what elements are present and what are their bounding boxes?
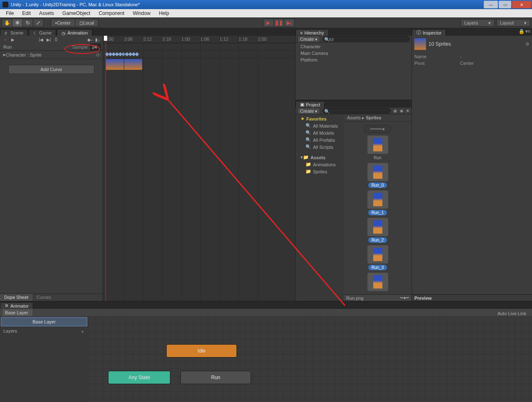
close-button[interactable]: ✕ [512,1,531,8]
favorite-item[interactable]: 🔍All Prefabs [296,136,344,143]
add-event-button-icon[interactable]: ▮₊ [94,37,101,43]
view-tabs: #Scene ☾Game ◷Animation [0,28,295,36]
project-create-button[interactable]: Create ▾ [297,108,320,114]
tab-inspector[interactable]: ⓘ Inspector [412,29,446,36]
game-icon: ☾ [33,31,37,35]
scale-tool-icon[interactable]: ⤢ [33,19,44,27]
hierarchy-search-input[interactable]: 🔍All [323,36,410,42]
inspector-selection-label: 10 Sprites [429,41,451,47]
search-icon: 🔍 [324,37,330,42]
layout-dropdown[interactable]: Layout▾ [496,19,530,27]
sample-input[interactable] [90,44,101,50]
local-global-toggle[interactable]: ◻ Local [75,19,99,27]
filter-icon[interactable]: ◆ [400,108,403,113]
prev-key-button-icon[interactable]: |◀ [37,37,45,43]
add-key-button-icon[interactable]: ◆₊ [86,37,94,43]
menu-component[interactable]: Component [94,9,128,17]
state-node-run[interactable]: Run [180,371,251,384]
tab-animation[interactable]: ◷Animation [57,29,92,36]
inspector-pivot-label: Pivot [414,61,460,66]
add-curve-button[interactable]: Add Curve [8,65,94,74]
thumbnail-size-slider[interactable]: ━●━ [400,295,409,301]
timeline[interactable]: 0:00 0:06 0:12 0:18 1:00 1:06 1:12 1:18 … [103,36,295,301]
state-node-idle[interactable]: Idle [166,344,237,358]
search-icon: 🔍 [305,123,311,128]
gear-icon[interactable]: ⚙ [525,42,530,47]
favorite-item[interactable]: 🔍All Models [296,129,344,136]
search-icon: 🔍 [324,109,330,114]
hierarchy-create-button[interactable]: Create ▾ [297,36,320,42]
tab-animator[interactable]: ⚞ Animator [0,302,33,309]
property-row[interactable]: ▸ Character : Sprite ◇ [0,51,103,59]
inspector-name-value: - [460,54,462,59]
tab-project[interactable]: ▣ Project [296,101,325,108]
tab-game[interactable]: ☾Game [29,29,56,36]
menu-file[interactable]: File [2,9,18,17]
favorite-item[interactable]: 🔍All Materials [296,122,344,129]
inspector-pivot-value[interactable]: Center [460,61,474,66]
selected-file-label: Run.png [346,296,364,301]
chevron-down-icon: ▾ [524,20,527,26]
curves-tab[interactable]: Curves [32,294,55,301]
pause-button-icon[interactable]: ❚❚ [273,19,284,27]
project-item-run-folder[interactable]: Run [365,136,390,160]
preview-header[interactable]: Preview [412,294,532,301]
menu-help[interactable]: Help [155,9,173,17]
asset-folder[interactable]: 📁 Sprites [296,168,344,175]
layers-dropdown[interactable]: Layers▾ [461,19,495,27]
step-button-icon[interactable]: ▶| [284,19,295,27]
menu-gameobject[interactable]: GameObject [58,9,94,17]
minimize-button[interactable]: — [484,1,498,8]
panel-menu-icon[interactable]: ▾≡ [525,29,530,34]
auto-live-link-toggle[interactable]: Auto Live Link [494,310,530,317]
property-options-icon[interactable]: ◇ [96,52,99,57]
tab-hierarchy[interactable]: ≡ Hierarchy [296,29,329,36]
layer-item[interactable]: Base Layer [1,317,87,326]
favorites-header[interactable]: ★Favorites [296,115,344,122]
pivot-center-toggle[interactable]: ▪ Center [51,19,75,27]
maximize-button[interactable]: ▭ [499,1,511,8]
favorite-item[interactable]: 🔍All Scripts [296,143,344,150]
clip-dropdown[interactable]: Run [2,44,72,49]
unity-logo-icon [2,2,8,7]
hand-tool-icon[interactable]: ✋ [2,19,12,27]
add-layer-icon[interactable]: ＋ [80,328,85,335]
state-node-anystate[interactable]: Any State [108,371,170,384]
search-icon: 🔍 [305,144,311,150]
project-search-input[interactable]: 🔍 [323,108,391,113]
window-title: Unity - 1.unity - Unity2DTraining - PC, … [11,2,140,7]
hierarchy-item[interactable]: Character [299,43,408,50]
menu-window[interactable]: Window [128,9,155,17]
filter-icon[interactable]: ◉ [393,108,397,113]
menu-edit[interactable]: Edit [18,9,35,17]
move-tool-icon[interactable]: ✥ [12,19,23,27]
hierarchy-item[interactable]: Main Camera [299,50,408,57]
animator-graph[interactable]: Idle Any State Run CharacterController.c… [88,316,532,402]
record-button-icon[interactable]: ● [2,37,9,43]
tab-scene[interactable]: #Scene [0,29,28,36]
breadcrumb-item[interactable]: Base Layer [2,309,32,316]
save-filter-icon[interactable]: ★ [406,108,410,113]
frame-number[interactable]: 0 [52,37,60,43]
animation-icon: ◷ [62,31,66,35]
inspector-name-label: Name [414,54,460,59]
next-key-button-icon[interactable]: ▶| [45,37,52,43]
project-item[interactable]: Run_1 [365,190,390,215]
inspector-thumbnail-icon [414,38,426,50]
project-item[interactable] [365,273,390,291]
dope-sheet-tab[interactable]: Dope Sheet [0,294,32,301]
asset-folder[interactable]: 📁 Animations [296,161,344,168]
play-button-icon[interactable]: ▶ [263,19,274,27]
lock-icon[interactable]: 🔒 [519,29,525,34]
rotate-tool-icon[interactable]: ↻ [22,19,33,27]
assets-header[interactable]: ▾📁 Assets [296,154,344,161]
project-item[interactable]: Run_0 [365,163,390,188]
project-item[interactable]: Run_3 [365,245,390,270]
project-item[interactable]: Run_2 [365,218,390,243]
play-anim-button-icon[interactable]: ▶ [9,37,17,43]
slider-track[interactable]: ━━━━● [364,125,391,133]
playhead[interactable] [106,36,106,301]
hierarchy-item[interactable]: Platform [299,57,408,63]
project-breadcrumb[interactable]: Assets ▸ Sprites [344,114,411,122]
menu-assets[interactable]: Assets [35,9,58,17]
